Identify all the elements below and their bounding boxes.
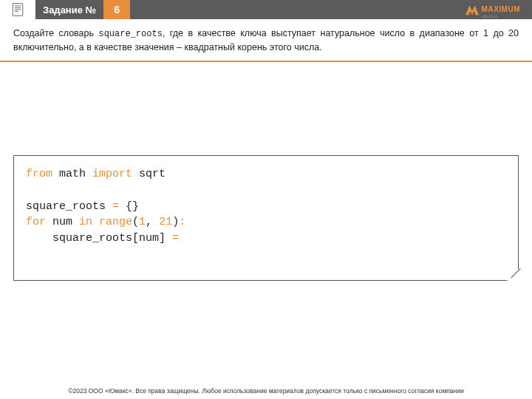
kw-from: from [26,168,52,180]
task-number-badge: 6 [103,0,130,19]
header-bar: Задание № 6 MAXIMUM education [0,0,532,19]
copyright-footer: ©2023 ООО «Юмакс». Все права защищены. Л… [0,387,532,395]
code-txt: num [46,216,79,228]
brand-logo: MAXIMUM education [464,0,520,19]
colon: : [179,216,185,228]
logo-subtext: education [482,15,520,18]
indent [26,232,52,245]
folded-corner-icon [507,269,519,281]
code-txt: square_roots[num] [52,232,172,245]
kw-range: range [99,216,132,228]
code-txt: {} [119,200,139,213]
kw-import: import [92,168,132,180]
kw-for: for [26,216,46,228]
task-description: Создайте словарь square_roots, где в кач… [0,19,532,61]
comma: , [146,216,159,228]
paren: ) [172,216,179,228]
logo-mark-icon [464,3,480,16]
code-txt: square_roots [26,200,112,213]
code-txt: sqrt [132,168,166,180]
logo-text: MAXIMUM [482,5,520,13]
code-txt [92,216,99,228]
doc-icon-wrap [0,0,35,19]
kw-in: in [79,216,92,228]
divider [0,61,532,62]
paren: ( [132,216,139,228]
desc-identifier: square_roots [98,29,162,39]
num-1: 1 [139,216,146,228]
num-21: 21 [159,216,172,228]
code-txt: math [52,168,92,180]
op-eq: = [172,232,179,245]
desc-pre: Создайте словарь [13,28,98,38]
op-eq: = [112,200,119,213]
document-icon [10,2,25,17]
task-label: Задание № [35,4,96,16]
code-block: from math import sqrt square_roots = {} … [13,155,519,281]
